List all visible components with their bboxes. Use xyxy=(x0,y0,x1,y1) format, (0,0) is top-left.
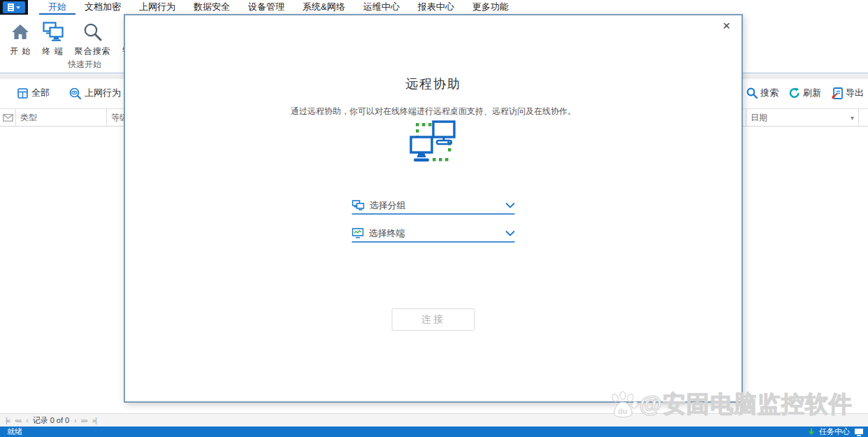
ribbon-item-label: 聚合搜索 xyxy=(75,45,111,57)
watermark-text: @安固电脑监控软件 xyxy=(639,389,853,420)
connect-button[interactable]: 连接 xyxy=(392,308,475,331)
menu-items: 开始 文档加密 上网行为 数据安全 设备管理 系统&网络 运维中心 报表中心 更… xyxy=(28,0,518,15)
dialog-title: 远程协助 xyxy=(125,76,742,92)
date-column-header[interactable]: 日期 ▾ xyxy=(746,109,859,126)
menu-tab-doc-encryption[interactable]: 文档加密 xyxy=(75,0,130,15)
record-count-label: 记录 0 of 0 xyxy=(33,415,70,426)
menu-bar: 开始 文档加密 上网行为 数据安全 设备管理 系统&网络 运维中心 报表中心 更… xyxy=(0,0,868,15)
app-corner xyxy=(0,0,28,15)
terminal-select-label: 选择终端 xyxy=(369,227,405,240)
chevron-down-icon xyxy=(506,231,515,236)
watermark: du @安固电脑监控软件 xyxy=(609,389,853,420)
refresh-button[interactable]: 刷新 xyxy=(789,87,821,99)
ribbon-item-label: 开 始 xyxy=(10,45,31,57)
export-icon xyxy=(832,87,843,99)
menu-tab-data-security[interactable]: 数据安全 xyxy=(185,0,239,15)
chevron-down-icon xyxy=(506,203,515,208)
status-bar: 就绪 任务中心 xyxy=(0,427,868,437)
ribbon-group-label: 快速开始 xyxy=(68,59,101,71)
ribbon-item-label: 终 端 xyxy=(42,45,63,57)
pager-first-button[interactable]: |« xyxy=(6,417,10,424)
filter-item-label: 全部 xyxy=(31,87,50,99)
refresh-icon xyxy=(789,87,800,99)
web-activity-icon xyxy=(69,87,81,99)
remote-desktop-icon xyxy=(407,119,459,165)
header-end-spacer xyxy=(859,109,868,126)
task-center-button[interactable]: 任务中心 xyxy=(819,427,850,437)
filter-item-web-activity[interactable]: 上网行为 xyxy=(63,84,127,102)
pager-next-fast-button[interactable]: »» xyxy=(81,417,87,424)
filter-item-label: 上网行为 xyxy=(85,87,121,99)
menu-tab-start[interactable]: 开始 xyxy=(39,0,75,15)
status-ready-label: 就绪 xyxy=(7,427,22,437)
home-icon xyxy=(10,20,30,41)
ribbon-item-terminal[interactable]: 终 端 xyxy=(36,19,68,59)
date-column-label: 日期 xyxy=(751,112,767,124)
download-arrow-icon xyxy=(808,428,815,436)
grid-icon xyxy=(17,88,28,99)
terminal-monitor-icon xyxy=(352,228,364,238)
close-icon[interactable]: × xyxy=(718,17,735,35)
pager-last-button[interactable]: »| xyxy=(92,417,96,424)
search-icon xyxy=(83,20,102,41)
menu-tab-system-network[interactable]: 系统&网络 xyxy=(294,0,354,15)
menu-tab-more-features[interactable]: 更多功能 xyxy=(463,0,518,15)
terminal-select-dropdown[interactable]: 选择终端 xyxy=(352,225,515,243)
menu-tab-device-management[interactable]: 设备管理 xyxy=(239,0,294,15)
chevron-down-icon xyxy=(16,6,20,9)
refresh-label: 刷新 xyxy=(803,87,821,99)
group-select-label: 选择分组 xyxy=(370,199,406,212)
date-filter-dropdown-icon[interactable]: ▾ xyxy=(851,114,854,122)
pager-prev-button[interactable]: ‹ xyxy=(26,417,27,424)
terminals-icon xyxy=(43,20,64,41)
group-select-dropdown[interactable]: 选择分组 xyxy=(352,197,515,215)
app-menu-button[interactable] xyxy=(3,1,25,13)
mail-column-header[interactable] xyxy=(0,109,16,126)
app-window: 开始 文档加密 上网行为 数据安全 设备管理 系统&网络 运维中心 报表中心 更… xyxy=(0,0,868,437)
envelope-icon xyxy=(3,114,13,122)
dialog-description: 通过远程协助，你可以对在线终端进行远程桌面支持、远程访问及在线协作。 xyxy=(125,106,742,117)
type-column-header[interactable]: 类型 xyxy=(16,109,107,126)
menu-tab-ops-center[interactable]: 运维中心 xyxy=(354,0,409,15)
export-button[interactable]: 导出 xyxy=(832,87,864,99)
monitor-status-icon[interactable] xyxy=(854,428,864,436)
search-button[interactable]: 搜索 xyxy=(746,87,779,99)
pager-prev-fast-button[interactable]: «« xyxy=(15,417,21,424)
search-icon xyxy=(746,87,758,99)
app-menu-icon xyxy=(8,3,14,11)
search-label: 搜索 xyxy=(760,87,779,99)
ribbon-item-aggregate-search[interactable]: 聚合搜索 xyxy=(69,19,117,59)
remote-assist-dialog: × 远程协助 通过远程协助，你可以对在线终端进行远程桌面支持、远程访问及在线协作… xyxy=(124,14,743,403)
ribbon-item-start[interactable]: 开 始 xyxy=(4,19,36,59)
pager-next-button[interactable]: › xyxy=(74,417,75,424)
export-label: 导出 xyxy=(846,87,864,99)
filter-item-all[interactable]: 全部 xyxy=(11,84,56,102)
menu-tab-report-center[interactable]: 报表中心 xyxy=(409,0,463,15)
group-monitors-icon xyxy=(352,200,365,210)
paw-logo-text: du xyxy=(618,407,627,415)
paw-logo-icon: du xyxy=(609,391,638,419)
menu-tab-web-activity[interactable]: 上网行为 xyxy=(130,0,185,15)
